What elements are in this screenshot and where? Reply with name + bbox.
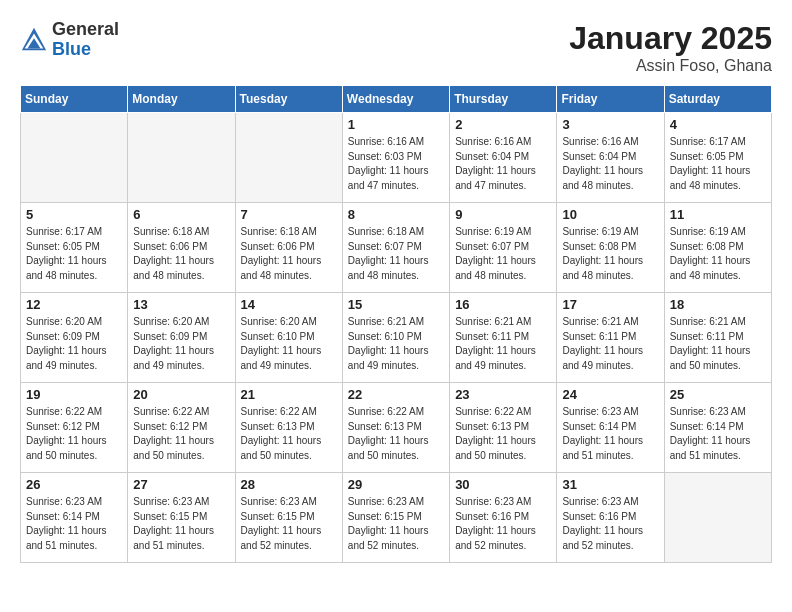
title-block: January 2025 Assin Foso, Ghana xyxy=(569,20,772,75)
day-number: 8 xyxy=(348,207,444,222)
day-number: 6 xyxy=(133,207,229,222)
day-number: 12 xyxy=(26,297,122,312)
calendar-week-2: 5Sunrise: 6:17 AM Sunset: 6:05 PM Daylig… xyxy=(21,203,772,293)
calendar-cell: 12Sunrise: 6:20 AM Sunset: 6:09 PM Dayli… xyxy=(21,293,128,383)
calendar-cell: 13Sunrise: 6:20 AM Sunset: 6:09 PM Dayli… xyxy=(128,293,235,383)
day-number: 5 xyxy=(26,207,122,222)
month-title: January 2025 xyxy=(569,20,772,57)
calendar-cell: 8Sunrise: 6:18 AM Sunset: 6:07 PM Daylig… xyxy=(342,203,449,293)
calendar-cell: 4Sunrise: 6:17 AM Sunset: 6:05 PM Daylig… xyxy=(664,113,771,203)
calendar-cell: 20Sunrise: 6:22 AM Sunset: 6:12 PM Dayli… xyxy=(128,383,235,473)
day-info: Sunrise: 6:18 AM Sunset: 6:06 PM Dayligh… xyxy=(133,225,229,283)
day-number: 4 xyxy=(670,117,766,132)
day-number: 30 xyxy=(455,477,551,492)
day-info: Sunrise: 6:23 AM Sunset: 6:14 PM Dayligh… xyxy=(670,405,766,463)
logo-icon xyxy=(20,26,48,54)
calendar-cell: 25Sunrise: 6:23 AM Sunset: 6:14 PM Dayli… xyxy=(664,383,771,473)
day-number: 10 xyxy=(562,207,658,222)
logo-general: General xyxy=(52,19,119,39)
day-info: Sunrise: 6:16 AM Sunset: 6:04 PM Dayligh… xyxy=(455,135,551,193)
day-info: Sunrise: 6:23 AM Sunset: 6:15 PM Dayligh… xyxy=(348,495,444,553)
calendar-week-3: 12Sunrise: 6:20 AM Sunset: 6:09 PM Dayli… xyxy=(21,293,772,383)
weekday-header-friday: Friday xyxy=(557,86,664,113)
calendar-cell: 15Sunrise: 6:21 AM Sunset: 6:10 PM Dayli… xyxy=(342,293,449,383)
day-number: 16 xyxy=(455,297,551,312)
day-info: Sunrise: 6:21 AM Sunset: 6:11 PM Dayligh… xyxy=(455,315,551,373)
day-number: 13 xyxy=(133,297,229,312)
calendar-cell: 27Sunrise: 6:23 AM Sunset: 6:15 PM Dayli… xyxy=(128,473,235,563)
day-info: Sunrise: 6:19 AM Sunset: 6:08 PM Dayligh… xyxy=(562,225,658,283)
day-info: Sunrise: 6:21 AM Sunset: 6:11 PM Dayligh… xyxy=(562,315,658,373)
calendar-cell: 11Sunrise: 6:19 AM Sunset: 6:08 PM Dayli… xyxy=(664,203,771,293)
day-info: Sunrise: 6:17 AM Sunset: 6:05 PM Dayligh… xyxy=(670,135,766,193)
day-info: Sunrise: 6:22 AM Sunset: 6:13 PM Dayligh… xyxy=(348,405,444,463)
calendar-cell: 6Sunrise: 6:18 AM Sunset: 6:06 PM Daylig… xyxy=(128,203,235,293)
day-number: 15 xyxy=(348,297,444,312)
calendar-cell: 26Sunrise: 6:23 AM Sunset: 6:14 PM Dayli… xyxy=(21,473,128,563)
day-info: Sunrise: 6:22 AM Sunset: 6:13 PM Dayligh… xyxy=(455,405,551,463)
day-number: 19 xyxy=(26,387,122,402)
day-number: 1 xyxy=(348,117,444,132)
day-info: Sunrise: 6:22 AM Sunset: 6:12 PM Dayligh… xyxy=(133,405,229,463)
day-info: Sunrise: 6:20 AM Sunset: 6:09 PM Dayligh… xyxy=(26,315,122,373)
day-number: 21 xyxy=(241,387,337,402)
day-info: Sunrise: 6:21 AM Sunset: 6:11 PM Dayligh… xyxy=(670,315,766,373)
calendar-cell: 3Sunrise: 6:16 AM Sunset: 6:04 PM Daylig… xyxy=(557,113,664,203)
day-number: 25 xyxy=(670,387,766,402)
weekday-header-tuesday: Tuesday xyxy=(235,86,342,113)
day-info: Sunrise: 6:20 AM Sunset: 6:10 PM Dayligh… xyxy=(241,315,337,373)
day-info: Sunrise: 6:18 AM Sunset: 6:06 PM Dayligh… xyxy=(241,225,337,283)
day-info: Sunrise: 6:16 AM Sunset: 6:04 PM Dayligh… xyxy=(562,135,658,193)
weekday-header-monday: Monday xyxy=(128,86,235,113)
weekday-header-sunday: Sunday xyxy=(21,86,128,113)
day-info: Sunrise: 6:23 AM Sunset: 6:16 PM Dayligh… xyxy=(562,495,658,553)
location-title: Assin Foso, Ghana xyxy=(569,57,772,75)
day-info: Sunrise: 6:16 AM Sunset: 6:03 PM Dayligh… xyxy=(348,135,444,193)
day-number: 7 xyxy=(241,207,337,222)
logo: General Blue xyxy=(20,20,119,60)
calendar-week-4: 19Sunrise: 6:22 AM Sunset: 6:12 PM Dayli… xyxy=(21,383,772,473)
calendar-cell xyxy=(128,113,235,203)
calendar-cell: 14Sunrise: 6:20 AM Sunset: 6:10 PM Dayli… xyxy=(235,293,342,383)
logo-blue: Blue xyxy=(52,39,91,59)
calendar-cell: 18Sunrise: 6:21 AM Sunset: 6:11 PM Dayli… xyxy=(664,293,771,383)
day-number: 22 xyxy=(348,387,444,402)
day-info: Sunrise: 6:20 AM Sunset: 6:09 PM Dayligh… xyxy=(133,315,229,373)
day-info: Sunrise: 6:23 AM Sunset: 6:16 PM Dayligh… xyxy=(455,495,551,553)
day-number: 14 xyxy=(241,297,337,312)
day-number: 24 xyxy=(562,387,658,402)
day-number: 31 xyxy=(562,477,658,492)
day-number: 11 xyxy=(670,207,766,222)
day-number: 27 xyxy=(133,477,229,492)
calendar-cell: 19Sunrise: 6:22 AM Sunset: 6:12 PM Dayli… xyxy=(21,383,128,473)
day-info: Sunrise: 6:19 AM Sunset: 6:08 PM Dayligh… xyxy=(670,225,766,283)
calendar-cell xyxy=(235,113,342,203)
calendar-cell: 23Sunrise: 6:22 AM Sunset: 6:13 PM Dayli… xyxy=(450,383,557,473)
day-number: 18 xyxy=(670,297,766,312)
day-number: 26 xyxy=(26,477,122,492)
weekday-header-thursday: Thursday xyxy=(450,86,557,113)
calendar-cell: 28Sunrise: 6:23 AM Sunset: 6:15 PM Dayli… xyxy=(235,473,342,563)
day-number: 29 xyxy=(348,477,444,492)
weekday-header-row: SundayMondayTuesdayWednesdayThursdayFrid… xyxy=(21,86,772,113)
calendar-cell: 2Sunrise: 6:16 AM Sunset: 6:04 PM Daylig… xyxy=(450,113,557,203)
calendar-cell xyxy=(21,113,128,203)
day-number: 23 xyxy=(455,387,551,402)
day-info: Sunrise: 6:19 AM Sunset: 6:07 PM Dayligh… xyxy=(455,225,551,283)
page-header: General Blue January 2025 Assin Foso, Gh… xyxy=(20,20,772,75)
calendar-cell: 7Sunrise: 6:18 AM Sunset: 6:06 PM Daylig… xyxy=(235,203,342,293)
day-number: 20 xyxy=(133,387,229,402)
day-number: 28 xyxy=(241,477,337,492)
calendar-week-1: 1Sunrise: 6:16 AM Sunset: 6:03 PM Daylig… xyxy=(21,113,772,203)
calendar-cell: 16Sunrise: 6:21 AM Sunset: 6:11 PM Dayli… xyxy=(450,293,557,383)
logo-text: General Blue xyxy=(52,20,119,60)
day-info: Sunrise: 6:23 AM Sunset: 6:15 PM Dayligh… xyxy=(241,495,337,553)
calendar-cell: 21Sunrise: 6:22 AM Sunset: 6:13 PM Dayli… xyxy=(235,383,342,473)
calendar-cell: 31Sunrise: 6:23 AM Sunset: 6:16 PM Dayli… xyxy=(557,473,664,563)
day-number: 3 xyxy=(562,117,658,132)
calendar-cell: 24Sunrise: 6:23 AM Sunset: 6:14 PM Dayli… xyxy=(557,383,664,473)
day-info: Sunrise: 6:22 AM Sunset: 6:12 PM Dayligh… xyxy=(26,405,122,463)
day-info: Sunrise: 6:17 AM Sunset: 6:05 PM Dayligh… xyxy=(26,225,122,283)
calendar-cell: 9Sunrise: 6:19 AM Sunset: 6:07 PM Daylig… xyxy=(450,203,557,293)
day-info: Sunrise: 6:18 AM Sunset: 6:07 PM Dayligh… xyxy=(348,225,444,283)
